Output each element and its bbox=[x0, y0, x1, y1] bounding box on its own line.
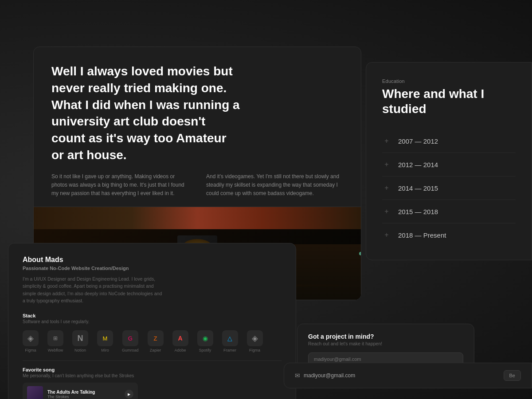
edu-period-4[interactable]: + 2015 — 2018 bbox=[382, 200, 516, 223]
tools-row: ◈ Figma ⊞ Webflow N Notion M Miro G Gumr… bbox=[23, 330, 282, 352]
song-section: Favorite song Me personally, I can't lis… bbox=[23, 360, 282, 399]
edu-year-3: 2014 — 2015 bbox=[398, 184, 438, 192]
stack-label: Stack bbox=[23, 313, 282, 318]
gumroad-icon: G bbox=[122, 330, 138, 346]
stack-sublabel: Software and tools I use regularly. bbox=[23, 319, 282, 324]
education-title: Where and what I studied bbox=[382, 86, 516, 116]
contact-title: Got a project in mind? bbox=[308, 333, 463, 340]
about-subtitle: Passionate No-Code Website Creation/Desi… bbox=[23, 266, 282, 271]
tool-gumroad[interactable]: G Gumroad bbox=[122, 330, 139, 352]
edu-period-3[interactable]: + 2014 — 2015 bbox=[382, 176, 516, 200]
tool-adobe[interactable]: A Adobe bbox=[172, 330, 188, 352]
tool-webflow[interactable]: ⊞ Webflow bbox=[47, 330, 63, 352]
tool-framer[interactable]: △ Framer bbox=[222, 330, 238, 352]
figma-icon: ◈ bbox=[23, 330, 39, 346]
about-description: I'm a UI/UX Designer and Design Engineer… bbox=[23, 275, 164, 304]
education-label: Education bbox=[382, 78, 516, 84]
framer-icon: △ bbox=[222, 330, 238, 346]
expand-icon-4: + bbox=[382, 207, 391, 216]
tool-figma-label: Figma bbox=[25, 348, 36, 352]
expand-icon-5: + bbox=[382, 231, 391, 239]
contact-subtitle: Reach out and let's make it happen! bbox=[308, 341, 463, 346]
tool-adobe-label: Adobe bbox=[175, 348, 186, 352]
miro-icon: M bbox=[97, 330, 113, 346]
main-card-col1: So it not like I gave up or anything. Ma… bbox=[51, 172, 188, 198]
education-card: Education Where and what I studied + 200… bbox=[366, 62, 532, 260]
about-title: About Mads bbox=[23, 256, 282, 264]
tool-miro-label: Miro bbox=[101, 348, 109, 352]
song-artwork bbox=[27, 386, 43, 399]
song-title: The Adults Are Talking bbox=[47, 390, 120, 395]
edu-year-5: 2018 — Present bbox=[398, 231, 446, 239]
tool-spotify[interactable]: ◉ Spotify bbox=[197, 330, 213, 352]
tool-figma2[interactable]: ◈ Figma bbox=[247, 330, 263, 352]
song-sublabel: Me personally, I can't listen anything e… bbox=[23, 373, 282, 378]
zapier-icon: Z bbox=[148, 330, 164, 346]
about-card: About Mads Passionate No-Code Website Cr… bbox=[8, 243, 296, 399]
song-info: The Adults Are Talking The Strokes bbox=[47, 390, 120, 399]
song-label: Favorite song bbox=[23, 367, 282, 372]
edu-period-1[interactable]: + 2007 — 2012 bbox=[382, 129, 516, 153]
tool-miro[interactable]: M Miro bbox=[97, 330, 113, 352]
main-card-title: Well I always loved movies but never rea… bbox=[51, 63, 242, 164]
play-button[interactable]: ▶ bbox=[125, 390, 133, 399]
tool-notion[interactable]: N Notion bbox=[72, 330, 88, 352]
email-icon: ✉ bbox=[295, 372, 300, 379]
tool-webflow-label: Webflow bbox=[48, 348, 63, 352]
adobe-icon: A bbox=[172, 330, 188, 346]
contact-submit-button[interactable]: Be bbox=[504, 370, 521, 381]
spotify-icon: ◉ bbox=[197, 330, 213, 346]
tool-framer-label: Framer bbox=[223, 348, 236, 352]
tool-figma2-label: Figma bbox=[249, 348, 260, 352]
main-card-columns: So it not like I gave up or anything. Ma… bbox=[51, 172, 343, 198]
nav-dot bbox=[359, 252, 361, 255]
edu-year-4: 2015 — 2018 bbox=[398, 208, 438, 215]
expand-icon-1: + bbox=[382, 137, 391, 145]
webflow-icon: ⊞ bbox=[47, 330, 63, 346]
edu-period-5[interactable]: + 2018 — Present bbox=[382, 223, 516, 246]
contact-email-text: madiyour@gmail.com bbox=[304, 372, 500, 379]
edu-year-1: 2007 — 2012 bbox=[398, 137, 438, 145]
figma2-icon: ◈ bbox=[247, 330, 263, 346]
tool-spotify-label: Spotify bbox=[199, 348, 211, 352]
song-player[interactable]: The Adults Are Talking The Strokes ▶ bbox=[23, 383, 138, 399]
tool-zapier-label: Zapier bbox=[150, 348, 161, 352]
education-items: + 2007 — 2012 + 2012 — 2014 + 2014 — 201… bbox=[382, 129, 516, 246]
expand-icon-2: + bbox=[382, 160, 391, 169]
tool-gumroad-label: Gumroad bbox=[122, 348, 139, 352]
main-card-col2: And it's videogames. Yet I'm still not t… bbox=[206, 172, 343, 198]
tool-notion-label: Notion bbox=[74, 348, 86, 352]
expand-icon-3: + bbox=[382, 184, 391, 192]
tool-figma[interactable]: ◈ Figma bbox=[23, 330, 39, 352]
contact-email-row: ✉ madiyour@gmail.com Be bbox=[284, 363, 532, 388]
edu-year-2: 2012 — 2014 bbox=[398, 161, 438, 168]
edu-period-2[interactable]: + 2012 — 2014 bbox=[382, 153, 516, 176]
song-artist: The Strokes bbox=[47, 395, 120, 399]
tool-zapier[interactable]: Z Zapier bbox=[148, 330, 164, 352]
notion-icon: N bbox=[72, 330, 88, 346]
